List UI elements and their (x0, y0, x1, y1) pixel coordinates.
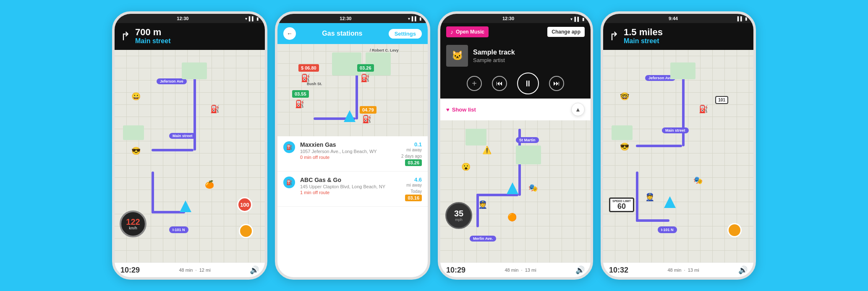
route-line-3v2 (476, 194, 479, 227)
status-time-3: 12:30 (502, 16, 514, 21)
bottom-route-info-3: 48 min · 13 mi (505, 268, 536, 273)
gas-route-line-v (356, 69, 358, 120)
gas-details-1: Maxxien Gas 1057 Jeferson Ave., Long Bea… (300, 141, 396, 160)
track-text: Sample track Sample artist (473, 49, 515, 63)
phone-navigation-2: 9:44 ▌▌ ▮ ↱ 1.5 miles Main street Jefers… (601, 11, 756, 280)
price-tag-1: $ 06.80 (298, 64, 319, 72)
gas-stations-header: ← Gas stations Settings (277, 23, 428, 44)
park-4b (612, 125, 633, 140)
nav-bottom-bar-3: 10:29 48 min · 13 mi 🔊 (440, 262, 591, 277)
battery-icon: ▮ (256, 16, 259, 21)
waze-car-4 (664, 196, 676, 208)
turn-arrow-icon-1: ↱ (120, 29, 130, 43)
track-title: Sample track (473, 49, 515, 56)
show-list-label: Show list (452, 107, 476, 113)
waze-car-icon (180, 200, 191, 212)
gas-price-badge-2: 03.16 (405, 195, 422, 201)
gas-icon-sm-1: ⛽ (283, 141, 295, 153)
prev-track-button[interactable]: ⏮ (492, 76, 507, 91)
speedometer-3: 35 mph (445, 202, 472, 229)
nav-street-4: Main street (624, 37, 663, 45)
gas-addr-2: 145 Upper Clapton Blvd, Long Beach, NY (300, 184, 400, 189)
gas-right-2: 4.6 mi away Today 03.16 (405, 177, 422, 201)
map-icon-1: ⛽ (210, 104, 220, 114)
gas-stations-title: Gas stations (322, 30, 362, 37)
map-emoji-1: ⚠️ (482, 146, 492, 155)
gas-time-1: 2 days ago (401, 154, 422, 158)
speed-limit-value-4: 60 (612, 203, 631, 210)
map-emoji-4: 👮 (478, 200, 487, 209)
speed-value-3: 35 (454, 209, 463, 218)
open-music-button[interactable]: ♪ Open Music (446, 26, 489, 37)
nav-distance-4: 1.5 miles (624, 27, 663, 37)
merlin-ave-label: Merlin Ave. (470, 236, 496, 242)
bottom-route-info-4: 48 min · 13 mi (667, 268, 699, 273)
map-emoji-4a: ⛽ (699, 104, 708, 114)
volume-icon-4[interactable]: 🔊 (738, 265, 748, 275)
bottom-time-4: 10:32 (609, 266, 628, 275)
next-track-button[interactable]: ⏭ (549, 76, 564, 91)
route-line-4h2 (636, 219, 669, 222)
route-line-4v2 (636, 171, 638, 222)
show-list-button[interactable]: ♥ Show list (446, 107, 476, 113)
park-alta-plaza (332, 52, 361, 75)
road-101-sign: 101 (715, 96, 728, 104)
music-app-header: ♪ Open Music Change app (440, 23, 591, 41)
battery-icon-2: ▮ (419, 16, 422, 21)
waze-car-gas (344, 110, 356, 122)
park-4 (670, 62, 695, 79)
turn-arrow-icon-4: ↱ (609, 29, 619, 43)
phone-music: 12:30 ▾ ▌▌ ▮ ♪ Open Music Change app 🐱 S… (438, 11, 593, 280)
volume-icon-1[interactable]: 🔊 (250, 265, 259, 275)
route-line (193, 75, 196, 151)
gas-pump-icon-2: ⛽ (361, 73, 370, 83)
map-icon-2: 😎 (131, 146, 141, 156)
scroll-up-button[interactable]: ▲ (571, 103, 585, 116)
pause-button[interactable]: ⏸ (517, 73, 539, 94)
park-area (123, 125, 144, 140)
gas-station-item-1[interactable]: ⛽ Maxxien Gas 1057 Jeferson Ave., Long B… (277, 136, 428, 171)
gas-stations-map: AltaPlaza Park LafayettePark Bush St. / … (277, 44, 428, 136)
battery-icon-4: ▮ (745, 16, 748, 21)
heart-icon: ♥ (446, 107, 450, 113)
gas-icon-sm-2: ⛽ (283, 177, 295, 188)
gas-pump-icon-4: ⛽ (362, 114, 371, 124)
gas-price-badge-1: 03.26 (405, 159, 422, 166)
phone-gas-stations: 12:30 ▾ ▌▌ ▮ ← Gas stations Settings Alt… (275, 11, 430, 280)
speedometer-1: 122 km/h (120, 210, 146, 237)
add-to-playlist-button[interactable]: + (467, 76, 482, 91)
volume-icon-3[interactable]: 🔊 (575, 265, 585, 275)
map-emoji-4d: 👮 (645, 192, 654, 202)
gas-dist-unit-2: mi away (405, 183, 422, 187)
gas-dist-unit-1: mi away (401, 148, 422, 152)
route-line-4h (636, 145, 682, 147)
nav-bottom-bar-1: 10:29 48 min · 12 mi 🔊 (115, 262, 265, 277)
battery-icon-3: ▮ (582, 17, 585, 21)
bottom-time-3: 10:29 (446, 266, 465, 275)
nav-bottom-bar-4: 10:32 48 min · 13 mi 🔊 (603, 262, 753, 277)
speed-unit-3: mph (455, 218, 463, 222)
music-note-icon: ♪ (450, 29, 453, 35)
nav-header-4: ↱ 1.5 miles Main street (603, 23, 753, 50)
speed-limit-sign-4: SPEED LIMIT 60 (609, 197, 634, 212)
phone-navigation-1: 12:30 ▾ ▌▌ ▮ ↱ 700 m Main street Jeferso… (112, 11, 267, 280)
status-icons-right-4: ▌▌ ▮ (737, 16, 748, 21)
price-tag-2: 03.26 (357, 64, 374, 72)
nav-info-4: 1.5 miles Main street (624, 27, 663, 45)
gas-station-item-2[interactable]: ⛽ ABC Gas & Go 145 Upper Clapton Blvd, L… (277, 171, 428, 207)
park-3 (465, 129, 486, 146)
map-emoji-5: 🟠 (507, 213, 517, 222)
park-3b (516, 146, 541, 164)
wifi-icon-2: ▾ (408, 16, 410, 21)
map-area-3: St Martin Merlin Ave. ⚠️ 😮 🎭 👮 🟠 35 mph (440, 120, 591, 262)
gas-dist-2: 4.6 (405, 177, 422, 183)
track-artist: Sample artist (473, 57, 515, 63)
highway-badge-1: I-101 N (169, 226, 188, 233)
back-button[interactable]: ← (283, 27, 296, 40)
map-emoji-4b: 😎 (620, 142, 629, 151)
change-app-button[interactable]: Change app (547, 27, 585, 37)
speed-unit-1: km/h (129, 226, 137, 230)
status-icons-right-1: ▾ ▌▌ ▮ (245, 16, 259, 21)
settings-button[interactable]: Settings (389, 29, 422, 39)
status-time-4: 9:44 (669, 16, 678, 21)
